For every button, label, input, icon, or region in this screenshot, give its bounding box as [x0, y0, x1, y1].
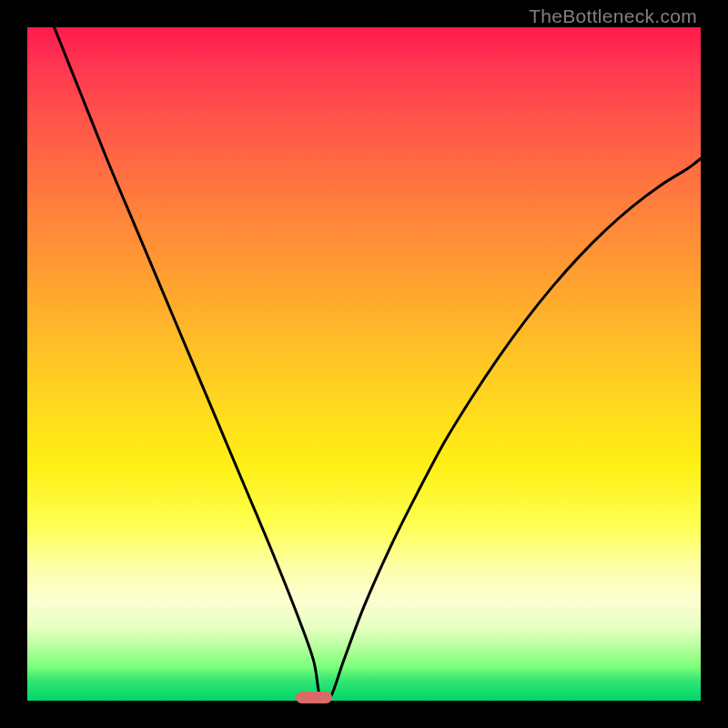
minimum-marker [296, 692, 332, 703]
watermark-text: TheBottleneck.com [529, 5, 697, 27]
bottleneck-curve [55, 27, 701, 701]
chart-container: TheBottleneck.com [0, 0, 728, 728]
curve-svg [27, 27, 701, 701]
plot-area [27, 27, 701, 701]
